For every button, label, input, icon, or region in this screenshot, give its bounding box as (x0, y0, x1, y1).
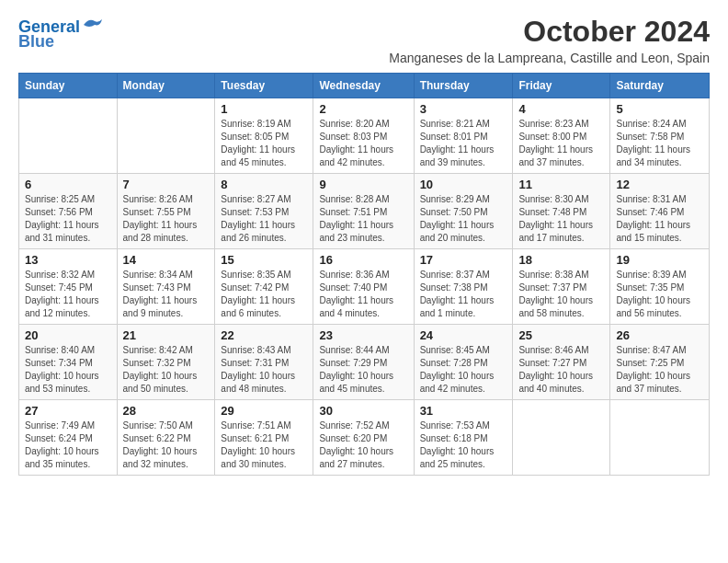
day-number: 13 (25, 253, 111, 267)
day-info: Sunrise: 8:25 AM Sunset: 7:56 PM Dayligh… (25, 193, 111, 245)
day-cell: 15Sunrise: 8:35 AM Sunset: 7:42 PM Dayli… (215, 249, 313, 325)
day-cell: 7Sunrise: 8:26 AM Sunset: 7:55 PM Daylig… (117, 174, 215, 249)
day-info: Sunrise: 8:30 AM Sunset: 7:48 PM Dayligh… (518, 193, 604, 245)
day-cell (19, 98, 118, 174)
day-number: 6 (25, 178, 111, 191)
day-number: 25 (518, 328, 604, 342)
day-number: 2 (319, 102, 407, 116)
bird-icon (82, 17, 102, 32)
day-info: Sunrise: 8:23 AM Sunset: 8:00 PM Dayligh… (518, 118, 604, 169)
day-info: Sunrise: 8:38 AM Sunset: 7:37 PM Dayligh… (518, 269, 604, 320)
day-number: 29 (221, 404, 307, 418)
day-info: Sunrise: 8:44 AM Sunset: 7:29 PM Dayligh… (319, 344, 407, 396)
day-cell: 16Sunrise: 8:36 AM Sunset: 7:40 PM Dayli… (313, 249, 414, 325)
day-cell: 11Sunrise: 8:30 AM Sunset: 7:48 PM Dayli… (513, 174, 610, 249)
day-info: Sunrise: 8:29 AM Sunset: 7:50 PM Dayligh… (420, 193, 507, 245)
day-cell: 23Sunrise: 8:44 AM Sunset: 7:29 PM Dayli… (313, 325, 414, 400)
day-info: Sunrise: 8:47 AM Sunset: 7:25 PM Dayligh… (616, 344, 703, 396)
logo-subtext: Blue (18, 33, 54, 52)
day-info: Sunrise: 8:26 AM Sunset: 7:55 PM Dayligh… (123, 193, 210, 245)
weekday-header-saturday: Saturday (610, 74, 710, 98)
weekday-header-row: SundayMondayTuesdayWednesdayThursdayFrid… (19, 74, 710, 98)
day-cell: 17Sunrise: 8:37 AM Sunset: 7:38 PM Dayli… (414, 249, 513, 325)
day-cell: 22Sunrise: 8:43 AM Sunset: 7:31 PM Dayli… (215, 325, 313, 400)
day-cell: 1Sunrise: 8:19 AM Sunset: 8:05 PM Daylig… (215, 98, 313, 174)
day-number: 14 (123, 253, 210, 267)
calendar-table: SundayMondayTuesdayWednesdayThursdayFrid… (18, 73, 710, 476)
day-cell: 30Sunrise: 7:52 AM Sunset: 6:20 PM Dayli… (313, 400, 414, 476)
day-number: 11 (518, 178, 604, 191)
day-cell (513, 400, 610, 476)
day-number: 5 (616, 102, 703, 116)
day-info: Sunrise: 8:37 AM Sunset: 7:38 PM Dayligh… (420, 269, 507, 320)
day-number: 15 (221, 253, 307, 267)
day-info: Sunrise: 8:42 AM Sunset: 7:32 PM Dayligh… (123, 344, 210, 396)
day-info: Sunrise: 8:43 AM Sunset: 7:31 PM Dayligh… (221, 344, 307, 396)
day-number: 28 (123, 404, 210, 418)
day-cell: 31Sunrise: 7:53 AM Sunset: 6:18 PM Dayli… (414, 400, 513, 476)
day-info: Sunrise: 8:36 AM Sunset: 7:40 PM Dayligh… (319, 269, 407, 320)
day-cell: 18Sunrise: 8:38 AM Sunset: 7:37 PM Dayli… (513, 249, 610, 325)
day-cell: 29Sunrise: 7:51 AM Sunset: 6:21 PM Dayli… (215, 400, 313, 476)
week-row-2: 6Sunrise: 8:25 AM Sunset: 7:56 PM Daylig… (19, 174, 710, 249)
day-cell: 20Sunrise: 8:40 AM Sunset: 7:34 PM Dayli… (19, 325, 118, 400)
day-info: Sunrise: 8:35 AM Sunset: 7:42 PM Dayligh… (221, 269, 307, 320)
weekday-header-thursday: Thursday (414, 74, 513, 98)
weekday-header-friday: Friday (513, 74, 610, 98)
day-cell: 12Sunrise: 8:31 AM Sunset: 7:46 PM Dayli… (610, 174, 710, 249)
day-number: 17 (420, 253, 507, 267)
day-number: 19 (616, 253, 703, 267)
day-info: Sunrise: 8:40 AM Sunset: 7:34 PM Dayligh… (25, 344, 111, 396)
day-number: 8 (221, 178, 307, 191)
day-info: Sunrise: 8:27 AM Sunset: 7:53 PM Dayligh… (221, 193, 307, 245)
day-number: 22 (221, 328, 307, 342)
day-cell: 10Sunrise: 8:29 AM Sunset: 7:50 PM Dayli… (414, 174, 513, 249)
day-cell: 4Sunrise: 8:23 AM Sunset: 8:00 PM Daylig… (513, 98, 610, 174)
day-info: Sunrise: 7:52 AM Sunset: 6:20 PM Dayligh… (319, 419, 407, 471)
logo: General Blue (18, 18, 102, 52)
day-info: Sunrise: 8:21 AM Sunset: 8:01 PM Dayligh… (420, 118, 507, 169)
location-title: Manganeses de la Lampreana, Castille and… (102, 51, 710, 65)
day-number: 10 (420, 178, 507, 191)
day-number: 30 (319, 404, 407, 418)
day-cell: 25Sunrise: 8:46 AM Sunset: 7:27 PM Dayli… (513, 325, 610, 400)
day-number: 24 (420, 328, 507, 342)
day-info: Sunrise: 8:34 AM Sunset: 7:43 PM Dayligh… (123, 269, 210, 320)
day-number: 16 (319, 253, 407, 267)
day-cell: 14Sunrise: 8:34 AM Sunset: 7:43 PM Dayli… (117, 249, 215, 325)
header: General Blue October 2024 Manganeses de … (18, 15, 710, 65)
day-cell: 28Sunrise: 7:50 AM Sunset: 6:22 PM Dayli… (117, 400, 215, 476)
weekday-header-wednesday: Wednesday (313, 74, 414, 98)
day-info: Sunrise: 7:50 AM Sunset: 6:22 PM Dayligh… (123, 419, 210, 471)
day-cell (610, 400, 710, 476)
day-info: Sunrise: 7:53 AM Sunset: 6:18 PM Dayligh… (420, 419, 507, 471)
day-info: Sunrise: 8:32 AM Sunset: 7:45 PM Dayligh… (25, 269, 111, 320)
day-number: 12 (616, 178, 703, 191)
day-number: 26 (616, 328, 703, 342)
day-cell: 9Sunrise: 8:28 AM Sunset: 7:51 PM Daylig… (313, 174, 414, 249)
week-row-1: 1Sunrise: 8:19 AM Sunset: 8:05 PM Daylig… (19, 98, 710, 174)
day-cell: 21Sunrise: 8:42 AM Sunset: 7:32 PM Dayli… (117, 325, 215, 400)
day-info: Sunrise: 8:39 AM Sunset: 7:35 PM Dayligh… (616, 269, 703, 320)
day-cell: 8Sunrise: 8:27 AM Sunset: 7:53 PM Daylig… (215, 174, 313, 249)
day-info: Sunrise: 8:46 AM Sunset: 7:27 PM Dayligh… (518, 344, 604, 396)
day-number: 1 (221, 102, 307, 116)
day-cell: 3Sunrise: 8:21 AM Sunset: 8:01 PM Daylig… (414, 98, 513, 174)
day-info: Sunrise: 8:19 AM Sunset: 8:05 PM Dayligh… (221, 118, 307, 169)
day-info: Sunrise: 8:45 AM Sunset: 7:28 PM Dayligh… (420, 344, 507, 396)
day-number: 7 (123, 178, 210, 191)
day-info: Sunrise: 8:31 AM Sunset: 7:46 PM Dayligh… (616, 193, 703, 245)
weekday-header-monday: Monday (117, 74, 215, 98)
day-info: Sunrise: 8:24 AM Sunset: 7:58 PM Dayligh… (616, 118, 703, 169)
title-area: October 2024 Manganeses de la Lampreana,… (102, 15, 710, 65)
day-number: 21 (123, 328, 210, 342)
day-number: 4 (518, 102, 604, 116)
weekday-header-sunday: Sunday (19, 74, 118, 98)
week-row-3: 13Sunrise: 8:32 AM Sunset: 7:45 PM Dayli… (19, 249, 710, 325)
week-row-5: 27Sunrise: 7:49 AM Sunset: 6:24 PM Dayli… (19, 400, 710, 476)
week-row-4: 20Sunrise: 8:40 AM Sunset: 7:34 PM Dayli… (19, 325, 710, 400)
day-info: Sunrise: 7:49 AM Sunset: 6:24 PM Dayligh… (25, 419, 111, 471)
day-number: 9 (319, 178, 407, 191)
day-number: 31 (420, 404, 507, 418)
day-cell: 19Sunrise: 8:39 AM Sunset: 7:35 PM Dayli… (610, 249, 710, 325)
